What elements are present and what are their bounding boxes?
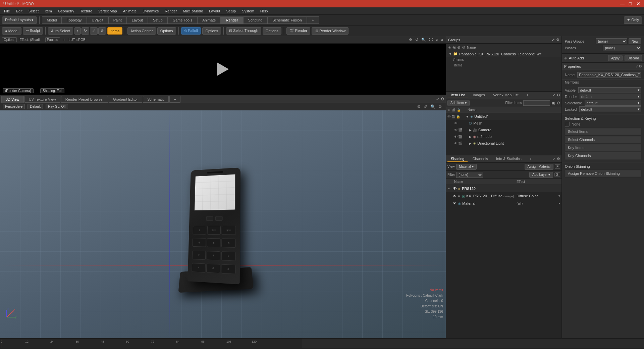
locked-dropdown[interactable]: default▾ xyxy=(579,106,641,112)
group-row-main[interactable]: ▼ 📁 Panasonic_KX_PRS120_Cordless_Telepho… xyxy=(446,51,561,57)
itemlist-settings-icon[interactable]: ⚙ xyxy=(557,93,560,97)
add-layer-btn[interactable]: Add Layer ▾ xyxy=(529,172,553,178)
key-items-btn[interactable]: Key Items xyxy=(565,144,641,151)
auto-select-btn[interactable]: Auto Select xyxy=(48,27,73,35)
tool-transform[interactable]: ⊕ xyxy=(98,27,106,35)
key-channels-btn[interactable]: Key Channels xyxy=(565,152,641,159)
tab-shading[interactable]: Shading xyxy=(447,156,468,162)
options3-btn[interactable]: Options xyxy=(263,27,281,35)
tab-schematic[interactable]: Schematic xyxy=(143,96,169,103)
pass-groups-dropdown[interactable]: (none) xyxy=(596,38,627,44)
menu-vertexmap[interactable]: Vertex Map xyxy=(96,8,120,14)
raygl-label[interactable]: Ray GL: Off xyxy=(46,104,68,109)
itemlist-expand-icon[interactable]: ⤢ xyxy=(552,93,555,97)
model-mode-btn[interactable]: ● Model xyxy=(2,27,21,35)
maximize-btn[interactable]: □ xyxy=(627,1,633,6)
expand-icon-m2modo[interactable]: ▶ xyxy=(469,135,472,139)
group-expand-chevron[interactable]: ▼ xyxy=(449,52,452,56)
tab-channels[interactable]: Channels xyxy=(469,156,491,162)
tab-plus-viewport[interactable]: + xyxy=(169,96,180,103)
tab-plus-items[interactable]: + xyxy=(523,92,532,98)
tab-paint[interactable]: Paint xyxy=(108,16,127,24)
name-input[interactable] xyxy=(577,72,641,78)
item-row-light[interactable]: 👁 🎬 ▶ ☀ Directional Light xyxy=(446,140,561,147)
tool-scale[interactable]: ⤢ xyxy=(90,27,98,35)
vis-eye-prs120[interactable]: 👁 xyxy=(453,187,457,191)
items-btn[interactable]: Items xyxy=(107,27,122,35)
options2-btn[interactable]: Options xyxy=(202,27,221,35)
tab-layout[interactable]: Layout xyxy=(127,16,148,24)
menu-geometry[interactable]: Geometry xyxy=(55,8,77,14)
render-btn[interactable]: 🎬 Render xyxy=(286,27,310,35)
shading-row-material[interactable]: 👁 ◉ Material (all) ▾ xyxy=(446,200,561,207)
tab-plus[interactable]: + xyxy=(307,16,319,24)
tab-3dview[interactable]: 3D View xyxy=(1,96,24,103)
assign-remove-onion-btn[interactable]: Assign Remove Onion Skinning xyxy=(565,170,641,177)
material-effect-dropdown[interactable]: ▾ xyxy=(558,202,560,205)
action-center-btn[interactable]: Action Center xyxy=(127,27,156,35)
tab-scripting[interactable]: Scripting xyxy=(243,16,268,24)
tab-setup[interactable]: Setup xyxy=(148,16,168,24)
item-row-m2modo[interactable]: 👁 🎬 ▶ ◉ m2modo xyxy=(446,133,561,140)
menu-setup[interactable]: Setup xyxy=(223,8,238,14)
shading-row-diffuse[interactable]: 👁 ✏ ▣ KX_PRS120__Diffuse (Image) Diffuse… xyxy=(446,192,561,200)
visible-dropdown[interactable]: default▾ xyxy=(578,87,641,93)
settings-icon[interactable]: ⚙ xyxy=(556,101,560,105)
selectable-dropdown[interactable]: default▾ xyxy=(585,100,641,106)
expand-icon-light[interactable]: ▶ xyxy=(469,142,472,145)
options1-btn[interactable]: Options xyxy=(157,27,176,35)
tab-itemlist[interactable]: Item List xyxy=(447,92,468,98)
vp-expand-btn[interactable]: ⤢ xyxy=(436,97,439,101)
tab-images[interactable]: Images xyxy=(470,92,488,98)
viewport-3d[interactable]: 1 2ABC 3DEF 4 5 6 7 8 9 * 0 # xyxy=(0,110,446,338)
select-through-btn[interactable]: ⊡ Select Through xyxy=(226,27,261,35)
shading-row-prs120[interactable]: ▼ 👁 ◆ PRS120 xyxy=(446,185,561,192)
tab-render[interactable]: Render xyxy=(221,16,243,24)
tab-plus-shading[interactable]: + xyxy=(526,156,535,162)
pass-new-btn[interactable]: New xyxy=(629,38,641,44)
expand-icon-camera[interactable]: ▶ xyxy=(469,128,472,132)
tab-model[interactable]: Model xyxy=(42,16,62,24)
groups-expand-icon[interactable]: ⤢ xyxy=(552,38,555,42)
shortcut-s[interactable]: S xyxy=(554,172,560,177)
groups-settings-icon[interactable]: ⚙ xyxy=(556,38,559,42)
filter-dropdown[interactable]: (none) xyxy=(456,172,483,178)
default-layouts-btn[interactable]: Default Layouts ▾ xyxy=(2,16,37,24)
default-label[interactable]: Default xyxy=(28,104,43,109)
tool-rotate[interactable]: ↻ xyxy=(82,27,89,35)
props-settings-icon[interactable]: ⚙ xyxy=(639,64,642,68)
item-row-mesh[interactable]: 👁 ⬡ Mesh xyxy=(446,120,561,127)
menu-layout[interactable]: Layout xyxy=(206,8,223,14)
menu-select[interactable]: Select xyxy=(26,8,42,14)
menu-edit[interactable]: Edit xyxy=(13,8,25,14)
vis-eye-diffuse[interactable]: 👁 xyxy=(453,194,457,198)
select-channels-btn[interactable]: Select Channels xyxy=(565,136,641,143)
menu-maxtomodo[interactable]: MaxToModo xyxy=(180,8,206,14)
menu-dynamics[interactable]: Dynamics xyxy=(140,8,161,14)
tab-schematicfusion[interactable]: Schematic Fusion xyxy=(267,16,307,24)
minimize-btn[interactable]: — xyxy=(619,1,625,6)
tab-gradienteditor[interactable]: Gradient Editor xyxy=(109,96,142,103)
menu-item[interactable]: Item xyxy=(42,8,54,14)
add-item-btn[interactable]: Add Item ▾ xyxy=(447,100,470,106)
falloff-btn[interactable]: ⊙ Falloff xyxy=(181,27,201,35)
diffuse-effect-dropdown[interactable]: ▾ xyxy=(558,194,560,198)
shading-settings-icon[interactable]: ⚙ xyxy=(557,157,560,161)
props-expand-icon[interactable]: ⤢ xyxy=(636,64,639,68)
perspective-label[interactable]: Perspective xyxy=(3,104,25,109)
menu-file[interactable]: File xyxy=(1,8,13,14)
tab-vertexmaplist[interactable]: Vertex Map List xyxy=(490,92,522,98)
tab-topology[interactable]: Topology xyxy=(62,16,87,24)
discard-btn[interactable]: Discard xyxy=(625,55,642,61)
tab-gametools[interactable]: Game Tools xyxy=(168,16,198,24)
item-row-camera[interactable]: 👁 🎬 ▶ 🎥 Camera xyxy=(446,127,561,133)
sculpt-mode-btn[interactable]: ✏ Sculpt xyxy=(23,27,43,35)
render-options-btn[interactable]: Options xyxy=(2,37,17,42)
shading-expand-icon[interactable]: ⤢ xyxy=(552,157,555,161)
menu-render[interactable]: Render xyxy=(162,8,179,14)
assign-material-btn[interactable]: Assign Material xyxy=(525,164,553,170)
menu-animate[interactable]: Animate xyxy=(120,8,139,14)
filter-icon[interactable]: ▣ xyxy=(551,101,555,105)
tab-animate[interactable]: Animate xyxy=(197,16,221,24)
vis-eye-material[interactable]: 👁 xyxy=(453,201,457,205)
